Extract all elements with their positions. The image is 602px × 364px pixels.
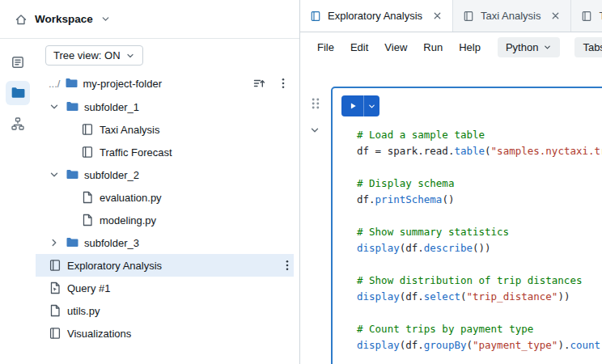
root-folder-label: my-project-folder (83, 78, 162, 90)
menu-edit[interactable]: Edit (343, 37, 375, 57)
tree-item-label: Taxi Analysis (100, 124, 159, 136)
sidebar-rail (0, 39, 36, 364)
notebook-icon (81, 146, 94, 159)
close-icon[interactable] (432, 11, 443, 21)
language-selector[interactable]: Python (498, 37, 560, 57)
tree-item-visualizations[interactable]: Visualizations (36, 322, 294, 345)
editor-tab-bar: Exploratory Analysis Taxi Analysis Traff… (300, 0, 602, 32)
tree-item-label: subfolder_2 (84, 169, 139, 181)
tree-item-label: Traffic Forecast (100, 146, 172, 159)
notebook-icon (581, 11, 592, 22)
sort-icon[interactable] (252, 77, 265, 90)
tree-item-label: Exploratory Analysis (67, 260, 162, 272)
tab-label: Taxi Analysis (481, 10, 541, 22)
chevron-down-icon[interactable] (364, 95, 379, 116)
hierarchy-icon[interactable] (6, 112, 30, 136)
menu-view[interactable]: View (377, 37, 414, 57)
tab-taxi-analysis[interactable]: Taxi Analysis (453, 0, 571, 32)
chevron-down-icon (125, 51, 135, 61)
root-folder-row[interactable]: .../ my-project-folder (36, 71, 299, 95)
menu-help[interactable]: Help (451, 37, 488, 57)
tabs-toggle-label: Tabs: ON (583, 41, 602, 53)
tab-exploratory-analysis[interactable]: Exploratory Analysis (300, 0, 453, 32)
notebook-cell[interactable]: # Load a sample tabledf = spark.read.tab… (331, 87, 602, 364)
tree-item-label: utils.py (67, 305, 100, 317)
notebook-icon (81, 123, 94, 136)
notebook-canvas: # Load a sample tabledf = spark.read.tab… (300, 62, 602, 364)
code-editor[interactable]: # Load a sample tabledf = spark.read.tab… (333, 127, 602, 353)
file-tree: Tree view: ON .../ my-project-folder sub… (36, 39, 299, 364)
tree-item-exploratory-analysis[interactable]: Exploratory Analysis (36, 254, 294, 277)
language-label: Python (506, 41, 538, 53)
folder-icon (66, 100, 78, 113)
collapse-cell-chevron-icon[interactable] (309, 125, 320, 136)
file-icon (49, 304, 61, 317)
query-icon (49, 281, 61, 294)
tree-view-toggle[interactable]: Tree view: ON (45, 45, 143, 66)
tree-item-utils-py[interactable]: utils.py (36, 299, 294, 322)
play-icon[interactable] (341, 95, 364, 116)
chevron-down-icon (543, 43, 552, 52)
tree-item-label: evaluation.py (100, 192, 162, 204)
tab-label: Traffic Forecast (599, 10, 602, 22)
notebook-icon (463, 11, 474, 22)
folder-icon (66, 168, 78, 181)
workspace-sidebar: Workspace Tree view: ON .../ my-project-… (0, 0, 300, 364)
file-icon (81, 214, 94, 226)
chevron-down-icon[interactable] (49, 101, 60, 112)
folder-icon (66, 236, 78, 249)
close-icon[interactable] (550, 11, 561, 21)
chevron-down-icon[interactable] (49, 169, 60, 180)
editor-area: Exploratory Analysis Taxi Analysis Traff… (300, 0, 602, 364)
folder-browser-icon[interactable] (6, 81, 30, 105)
tab-label: Exploratory Analysis (328, 10, 422, 22)
kebab-menu-icon[interactable] (281, 259, 294, 272)
file-icon (81, 191, 94, 204)
notebook-icon (49, 259, 61, 272)
tree-item-label: modeling.py (100, 214, 156, 226)
notebook-icon (310, 11, 321, 22)
tree-view-label: Tree view: ON (53, 49, 121, 61)
tab-traffic-forecast[interactable]: Traffic Forecast (571, 0, 602, 32)
chevron-right-icon[interactable] (49, 237, 60, 248)
run-cell-button[interactable] (341, 95, 379, 116)
menu-file[interactable]: File (310, 37, 341, 57)
tree-item-evaluation-py[interactable]: evaluation.py (36, 186, 294, 209)
tree-item-label: Query #1 (67, 282, 110, 294)
tree-item-subfolder-3[interactable]: subfolder_3 (36, 231, 294, 254)
tree-item-label: subfolder_3 (84, 237, 139, 249)
folder-icon (65, 77, 78, 90)
cell-toolbar (333, 88, 602, 116)
tree-item-subfolder-1[interactable]: subfolder_1 (36, 95, 294, 118)
tree-item-taxi-analysis[interactable]: Taxi Analysis (36, 118, 294, 141)
tree-item-subfolder-2[interactable]: subfolder_2 (36, 163, 294, 186)
workspace-title: Workspace (35, 13, 93, 25)
chevron-down-icon[interactable] (100, 14, 111, 24)
tree-item-traffic-forecast[interactable]: Traffic Forecast (36, 141, 294, 163)
notebook-icon (49, 327, 61, 340)
tree-item-query-1[interactable]: Query #1 (36, 277, 294, 299)
drag-handle-icon[interactable] (308, 96, 323, 111)
workspace-header: Workspace (0, 0, 299, 39)
tree-item-modeling-py[interactable]: modeling.py (36, 209, 294, 231)
kebab-menu-icon[interactable] (277, 77, 290, 90)
tree-item-label: subfolder_1 (84, 101, 139, 113)
notebook-menu-bar: File Edit View Run Help Python Tabs: ON (300, 32, 602, 62)
home-icon[interactable] (15, 13, 28, 26)
tree-item-label: Visualizations (67, 328, 131, 340)
root-path-prefix: .../ (49, 78, 60, 90)
menu-run[interactable]: Run (416, 37, 450, 57)
tabs-toggle[interactable]: Tabs: ON (574, 37, 602, 57)
notebook-panel-icon[interactable] (6, 50, 30, 74)
